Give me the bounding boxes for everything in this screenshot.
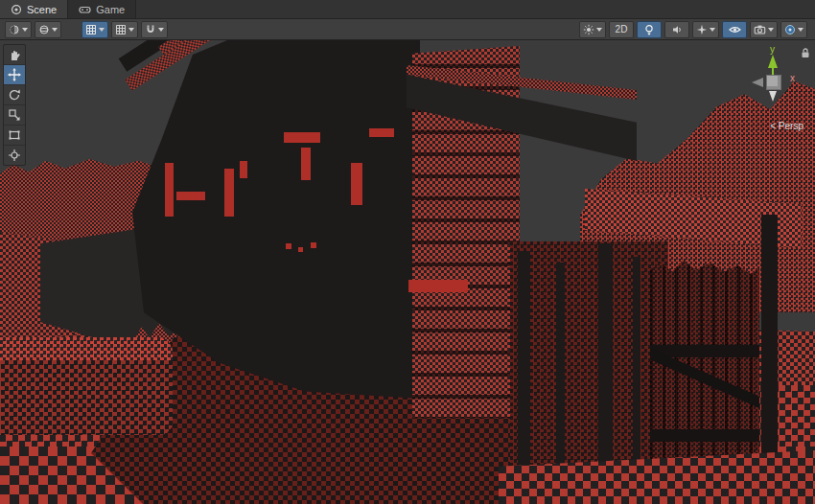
rotate-tool-button[interactable] [4, 85, 25, 105]
glow-mark [369, 128, 394, 137]
scale-tool-button[interactable] [4, 105, 25, 126]
post [598, 243, 613, 494]
sun-icon [583, 24, 594, 35]
tab-scene-label: Scene [27, 4, 57, 15]
glow-mark [286, 243, 291, 249]
camera-preview-dropdown[interactable] [750, 21, 778, 38]
post [633, 257, 640, 485]
chevron-down-icon [768, 28, 774, 32]
gizmo-down-axis-cone[interactable] [769, 91, 777, 102]
post [556, 263, 565, 488]
glow-mark [176, 192, 205, 200]
2d-label: 2D [614, 24, 630, 34]
tab-game[interactable]: Game [68, 0, 136, 18]
audio-toggle[interactable] [664, 21, 689, 38]
gizmos-dropdown[interactable] [780, 21, 807, 38]
tab-game-label: Game [96, 4, 125, 15]
scale-icon [8, 108, 21, 122]
transform-icon [8, 149, 21, 162]
scene-viewport[interactable]: y x < Persp [0, 40, 815, 504]
scene-toolbar: 2D [0, 19, 815, 40]
gizmos-sphere-icon [784, 24, 796, 35]
draw-mode-dropdown[interactable] [5, 21, 32, 38]
eye-icon [729, 24, 741, 35]
tab-scene[interactable]: Scene [0, 0, 68, 18]
scene-visibility-toggle[interactable] [722, 21, 747, 38]
fence-rail-bottom [650, 429, 759, 442]
hand-icon [8, 48, 21, 61]
grid-plane-dropdown[interactable] [111, 21, 138, 38]
magnet-icon [145, 24, 156, 35]
grid-plane-icon [115, 24, 127, 35]
move-tool-button[interactable] [4, 65, 25, 85]
grid-icon [85, 24, 97, 35]
chevron-down-icon [596, 28, 602, 32]
persp-toggle[interactable]: < Persp [770, 121, 803, 131]
gizmo-y-axis-stem [772, 67, 774, 75]
unity-editor-window: Scene Game [0, 0, 815, 504]
chevron-down-icon [52, 28, 58, 32]
glow-mark [165, 163, 174, 217]
view-options-dropdown[interactable] [579, 21, 606, 38]
move-icon [8, 68, 21, 81]
lightbulb-icon [643, 24, 655, 35]
building-facade-dark [132, 40, 420, 399]
render-mode-dropdown[interactable] [35, 21, 61, 38]
gizmo-x-label[interactable]: x [790, 73, 795, 83]
gizmo-center-cube[interactable] [766, 75, 781, 90]
gizmo-y-axis-cone[interactable] [768, 55, 778, 68]
gizmo-z-axis-arrow[interactable] [752, 78, 763, 87]
chevron-down-icon [798, 28, 803, 32]
tool-palette [3, 44, 26, 166]
lighting-toggle[interactable] [637, 21, 662, 38]
glow-mark [301, 148, 311, 180]
rect-tool-icon [8, 128, 21, 142]
glow-mark [298, 247, 303, 252]
scene-icon [11, 4, 22, 15]
chevron-down-icon [128, 28, 134, 32]
chevron-down-icon [158, 28, 164, 32]
post [518, 251, 530, 491]
camera-icon [754, 24, 766, 35]
rect-tool-button[interactable] [4, 126, 25, 146]
glow-mark [351, 163, 362, 205]
chevron-down-icon [99, 28, 105, 32]
game-icon [79, 4, 91, 15]
view-tool-button[interactable] [4, 45, 25, 65]
2d-toggle[interactable]: 2D [609, 21, 634, 38]
chevron-down-icon [710, 28, 715, 32]
gizmo-y-label[interactable]: y [770, 44, 775, 55]
glow-mark [284, 132, 320, 143]
orientation-gizmo[interactable]: y x [748, 46, 800, 121]
panel-tab-bar: Scene Game [0, 0, 815, 19]
fence [650, 261, 759, 486]
transform-tool-button[interactable] [4, 146, 25, 165]
glow-mark [224, 169, 234, 217]
rotate-icon [8, 88, 21, 102]
lock-icon[interactable] [801, 48, 810, 58]
wireframe-sphere-icon [38, 24, 50, 35]
effects-sparkle-icon [696, 24, 708, 35]
grid-visibility-dropdown[interactable] [82, 21, 108, 38]
speaker-icon [671, 24, 683, 35]
chevron-down-icon [22, 28, 28, 32]
glow-mark [311, 242, 316, 248]
glow-mark [408, 280, 468, 292]
glow-mark [240, 161, 247, 178]
effects-dropdown[interactable] [692, 21, 719, 38]
shaded-sphere-icon [9, 24, 20, 35]
snap-settings-dropdown[interactable] [141, 21, 168, 38]
